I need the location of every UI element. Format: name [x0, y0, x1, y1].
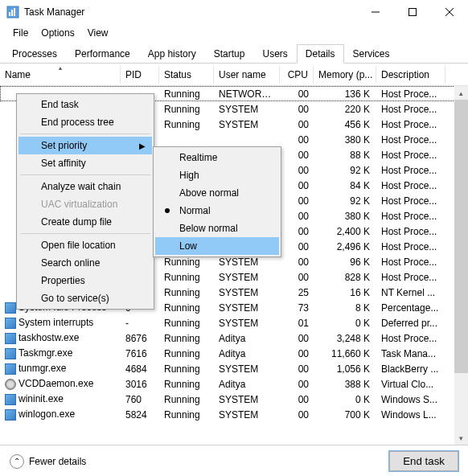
- vertical-scrollbar[interactable]: ▴ ▾: [454, 86, 468, 445]
- tab-app-history[interactable]: App history: [139, 44, 205, 64]
- cell-memory: 136 K: [314, 88, 376, 101]
- app-icon: [6, 6, 19, 18]
- priority-below-normal[interactable]: Below normal: [155, 220, 279, 237]
- cm-separator: [20, 174, 150, 175]
- cell-pid: 7616: [121, 347, 159, 360]
- tab-processes[interactable]: Processes: [3, 44, 66, 64]
- menubar: File Options View: [0, 24, 468, 42]
- cell-cpu: 00: [280, 149, 314, 162]
- tab-startup[interactable]: Startup: [205, 44, 254, 64]
- cell-cpu: 00: [280, 408, 314, 421]
- cell-description: Host Proce...: [376, 118, 445, 131]
- end-task-button[interactable]: End task: [389, 451, 458, 471]
- priority-low[interactable]: Low: [155, 237, 279, 255]
- cell-name: VCDDaemon.exe: [0, 377, 121, 391]
- cell-cpu: 73: [280, 302, 314, 314]
- priority-normal[interactable]: Normal: [155, 202, 279, 220]
- col-header-cpu[interactable]: CPU: [280, 66, 314, 84]
- cm-go-to-services[interactable]: Go to service(s): [18, 289, 152, 307]
- svg-rect-1: [9, 12, 10, 16]
- menu-view[interactable]: View: [81, 26, 115, 40]
- cm-uac-virtualization: UAC virtualization: [18, 195, 152, 213]
- column-header-row: Name▴ PID Status User name CPU Memory (p…: [0, 64, 468, 86]
- table-row[interactable]: VCDDaemon.exe3016RunningAditya00388 KVir…: [0, 376, 468, 392]
- window-title: Task Manager: [24, 6, 357, 18]
- priority-above-normal[interactable]: Above normal: [155, 184, 279, 202]
- cell-cpu: 00: [280, 118, 314, 131]
- cell-user: SYSTEM: [214, 393, 280, 406]
- cell-memory: 0 K: [314, 317, 376, 330]
- priority-realtime[interactable]: Realtime: [155, 149, 279, 166]
- cell-description: Host Proce...: [376, 179, 445, 192]
- chevron-up-icon: ⌃: [10, 454, 24, 469]
- table-row[interactable]: wininit.exe760RunningSYSTEM000 KWindows …: [0, 392, 468, 407]
- col-header-memory[interactable]: Memory (p...: [314, 66, 376, 84]
- cm-set-affinity[interactable]: Set affinity: [18, 154, 152, 172]
- table-row[interactable]: tunmgr.exe4684RunningSYSTEM001,056 KBlac…: [0, 361, 468, 376]
- fewer-details-toggle[interactable]: ⌃ Fewer details: [10, 454, 86, 469]
- col-header-user[interactable]: User name: [214, 66, 280, 84]
- scroll-down-button[interactable]: ▾: [454, 431, 468, 445]
- col-header-pid[interactable]: PID: [121, 66, 159, 84]
- scroll-thumb[interactable]: [454, 100, 468, 373]
- cell-user: SYSTEM: [214, 271, 280, 284]
- priority-high[interactable]: High: [155, 166, 279, 184]
- cell-cpu: 01: [280, 317, 314, 330]
- tab-users[interactable]: Users: [253, 44, 296, 64]
- col-header-description[interactable]: Description: [376, 66, 445, 84]
- cell-cpu: 00: [280, 133, 314, 146]
- close-button[interactable]: [431, 0, 468, 24]
- cell-memory: 2,496 K: [314, 240, 376, 253]
- cell-description: Host Proce...: [376, 332, 445, 345]
- cm-properties[interactable]: Properties: [18, 272, 152, 289]
- maximize-button[interactable]: [394, 0, 431, 24]
- cell-status: Running: [159, 302, 214, 314]
- scroll-up-button[interactable]: ▴: [454, 86, 468, 100]
- cell-pid: 3016: [121, 378, 159, 391]
- cell-cpu: 00: [280, 271, 314, 284]
- cell-user: SYSTEM: [214, 408, 280, 421]
- cell-user: SYSTEM: [214, 317, 280, 330]
- table-row[interactable]: winlogon.exe5824RunningSYSTEM00700 KWind…: [0, 407, 468, 422]
- col-header-status[interactable]: Status: [159, 66, 214, 84]
- cm-set-priority[interactable]: Set priority▶: [18, 137, 152, 154]
- footer: ⌃ Fewer details End task: [0, 445, 468, 476]
- table-row[interactable]: Taskmgr.exe7616RunningAditya0011,660 KTa…: [0, 346, 468, 361]
- tab-details[interactable]: Details: [297, 44, 344, 64]
- menu-file[interactable]: File: [6, 26, 35, 40]
- cell-description: Host Proce...: [376, 103, 445, 116]
- cell-memory: 380 K: [314, 133, 376, 146]
- col-header-name[interactable]: Name▴: [0, 66, 121, 84]
- cell-memory: 700 K: [314, 408, 376, 421]
- cell-cpu: 00: [280, 103, 314, 116]
- cell-description: Deferred pr...: [376, 317, 445, 330]
- cm-search-online[interactable]: Search online: [18, 254, 152, 272]
- table-row[interactable]: taskhostw.exe8676RunningAditya003,248 KH…: [0, 330, 468, 346]
- cell-user: Aditya: [214, 378, 280, 391]
- menu-options[interactable]: Options: [35, 26, 80, 40]
- cm-end-task[interactable]: End task: [18, 96, 152, 113]
- cm-create-dump-file[interactable]: Create dump file: [18, 213, 152, 231]
- cell-memory: 88 K: [314, 149, 376, 162]
- table-row[interactable]: System interrupts-RunningSYSTEM010 KDefe…: [0, 315, 468, 330]
- cell-pid: -: [121, 317, 159, 330]
- cell-pid: 4684: [121, 363, 159, 375]
- cell-cpu: 00: [280, 347, 314, 360]
- cell-description: Host Proce...: [376, 164, 445, 177]
- cm-end-process-tree[interactable]: End process tree: [18, 113, 152, 131]
- cell-status: Running: [159, 103, 214, 116]
- tab-services[interactable]: Services: [344, 44, 399, 64]
- cell-memory: 828 K: [314, 271, 376, 284]
- minimize-button[interactable]: [357, 0, 394, 24]
- cm-analyze-wait-chain[interactable]: Analyze wait chain: [18, 178, 152, 195]
- cell-name: wininit.exe: [0, 392, 121, 406]
- cm-open-file-location[interactable]: Open file location: [18, 236, 152, 254]
- cell-status: Running: [159, 88, 214, 101]
- titlebar[interactable]: Task Manager: [0, 0, 468, 24]
- cell-status: Running: [159, 393, 214, 406]
- cell-name: Taskmgr.exe: [0, 347, 121, 360]
- cell-description: Host Proce...: [376, 240, 445, 253]
- cell-description: Windows S...: [376, 393, 445, 406]
- tab-performance[interactable]: Performance: [66, 44, 139, 64]
- cell-description: Virtual Clo...: [376, 378, 445, 391]
